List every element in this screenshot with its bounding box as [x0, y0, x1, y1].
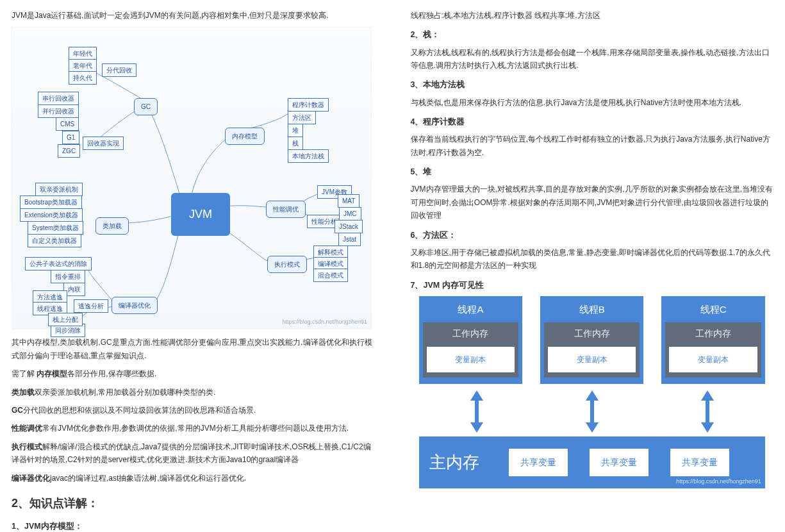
thread-c-workmem: 工作内存 变量副本 [665, 322, 761, 378]
line-mem: 需了解 内存模型各部分作用,保存哪些数据. [12, 367, 375, 380]
node-opt-escape-label: 逃逸分析 [74, 299, 108, 313]
node-load-boot: Bootstrap类加载器 [20, 195, 82, 209]
intro-paragraph: JVM是Java运行基础,面试时一定会遇到JVM的有关问题,内容相对集中,但对只… [12, 9, 375, 22]
workmem-label: 工作内存 [548, 326, 636, 342]
node-gc-parallel: 并行回收器 [38, 104, 79, 118]
main-memory-label: 主内存 [429, 448, 479, 476]
para-pc: 保存着当前线程执行的字节码位置,每个线程工作时都有独立的计数器,只为执行Java… [411, 133, 774, 159]
thread-b: 线程B 工作内存 变量副本 [540, 296, 643, 385]
thread-c: 线程C 工作内存 变量副本 [661, 296, 764, 385]
node-perf-jmc: JMC [339, 207, 361, 220]
node-load-custom: 自定义类加载器 [28, 234, 81, 247]
mindmap-watermark: https://blog.csdn.net/hongzhen91 [282, 317, 367, 327]
heading-jvm-mem-model: 1、JVM内存模型： [12, 520, 375, 533]
node-load-sys: System类加载器 [28, 221, 83, 235]
line-exec: 执行模式解释/编译/混合模式的优缺点,Java7提供的分层编译技术,JIT即时编… [12, 440, 375, 467]
node-mem-stack: 栈 [288, 137, 303, 150]
heading-stack: 2、栈： [411, 28, 774, 42]
heading-mem-visibility: 7、JVM 内存可见性 [411, 279, 774, 292]
jvm-mindmap: JVM GC 分代回收 年轻代 老年代 持久代 回收器实现 串行回收器 并行回收… [12, 27, 372, 329]
thread-a-label: 线程A [423, 301, 518, 318]
heading-pc: 4、程序计数器 [411, 115, 774, 129]
node-exec: 执行模式 [267, 256, 307, 273]
para-overview: 其中内存模型,类加载机制,GC是重点方面.性能调优部分更偏向应用,重点突出实践能… [12, 336, 375, 362]
thread-b-varcopy: 变量副本 [548, 347, 636, 372]
thread-a-varcopy: 变量副本 [427, 347, 515, 372]
node-gc-g1: G1 [62, 131, 79, 144]
arrow-icon [583, 390, 602, 433]
node-opt-reorder: 指令重排 [51, 270, 85, 283]
node-load: 类加载 [95, 217, 129, 235]
right-column: 线程独占:栈,本地方法栈,程序计数器 线程共享:堆,方法区 2、栈： 又称方法栈… [393, 0, 786, 532]
line-perf: 性能调优常有JVM优化参数作用,参数调优的依据,常用的JVM分析工具能分析哪些问… [12, 422, 375, 435]
node-mem: 内存模型 [225, 128, 265, 145]
node-gc: GC [134, 98, 158, 115]
node-perf-jstat: Jstat [338, 233, 361, 246]
para-method-area: 又称非堆区,用于存储已被虚拟机加载的类信息,常量,静态变量,即时编译器优化后的代… [411, 246, 774, 272]
node-gc-cms: CMS [56, 117, 79, 131]
shared-var-3: 共享变量 [670, 449, 729, 477]
node-mem-pc: 程序计数器 [288, 98, 329, 112]
node-mem-method: 方法区 [288, 111, 316, 124]
hub-jvm: JVM [171, 193, 230, 236]
node-gen-young: 年轻代 [69, 47, 97, 60]
node-opt: 编译器优化 [112, 297, 158, 314]
node-gen-perm: 持久代 [69, 71, 97, 85]
line-gc: GC分代回收的思想和依据以及不同垃圾回收算法的回收思路和适合场景. [12, 404, 375, 417]
node-load-parents: 双亲委派机制 [35, 183, 83, 196]
line-thread-share: 线程独占:栈,本地方法栈,程序计数器 线程共享:堆,方法区 [411, 9, 774, 22]
node-gc-zgc: ZGC [58, 144, 80, 158]
arrow-icon [698, 390, 717, 433]
node-load-ext: Extension类加载器 [20, 208, 83, 222]
arrows-row [419, 390, 765, 433]
main-memory: 主内存 共享变量 共享变量 共享变量 https://blog.csdn.net… [419, 436, 765, 488]
thread-c-label: 线程C [665, 301, 761, 318]
shared-var-1: 共享变量 [509, 449, 568, 477]
node-gc-serial: 串行回收器 [38, 92, 79, 105]
heading-method-area: 6、方法区： [411, 229, 774, 242]
heading-heap: 5、堆 [411, 165, 774, 179]
workmem-label: 工作内存 [427, 326, 515, 342]
arrow-icon [467, 390, 486, 433]
thread-b-label: 线程B [544, 301, 640, 318]
para-native-stack: 与栈类似,也是用来保存执行方法的信息.执行Java方法是使用栈,执行Native… [411, 96, 774, 109]
mem-visibility-diagram: 线程A 工作内存 变量副本 线程B 工作内存 变量副本 线程C [419, 296, 765, 488]
thread-a-workmem: 工作内存 变量副本 [423, 322, 518, 378]
node-gc-split: 分代回收 [102, 63, 136, 77]
thread-c-varcopy: 变量副本 [669, 347, 757, 372]
line-load: 类加载双亲委派加载机制,常用加载器分别加载哪种类型的类. [12, 386, 375, 399]
heading-knowledge: 2、知识点详解： [12, 494, 375, 513]
node-opt-escape-stackalloc: 栈上分配 [48, 313, 83, 326]
node-perf-jstack: JStack [335, 220, 363, 233]
node-mem-native: 本地方法栈 [288, 149, 329, 163]
thread-b-workmem: 工作内存 变量副本 [544, 322, 640, 378]
line-opt: 编译器优化javac的编译过程,ast抽象语法树,编译器优化和运行器优化. [12, 472, 375, 485]
heading-native-stack: 3、本地方法栈 [411, 78, 774, 92]
node-opt-cse: 公共子表达式的消除 [25, 257, 92, 270]
node-mem-heap: 堆 [288, 124, 303, 137]
workmem-label: 工作内存 [669, 326, 757, 342]
node-perf: 性能调优 [266, 201, 306, 218]
shared-var-2: 共享变量 [590, 449, 649, 477]
mv-watermark: https://blog.csdn.net/hongzhen91 [676, 477, 761, 486]
node-perf-mat: MAT [338, 194, 359, 208]
left-column: JVM是Java运行基础,面试时一定会遇到JVM的有关问题,内容相对集中,但对只… [0, 0, 393, 532]
node-gen-old: 老年代 [69, 59, 97, 72]
node-exec-mixed: 混合模式 [313, 269, 348, 282]
para-stack: 又称方法栈,线程私有的,线程执行方法是都会创建一个栈阵,用来存储局部变量表,操作… [411, 46, 774, 72]
page: JVM是Java运行基础,面试时一定会遇到JVM的有关问题,内容相对集中,但对只… [0, 0, 785, 532]
para-heap: JVM内存管理最大的一块,对被线程共享,目的是存放对象的实例,几乎所欲的对象实例… [411, 183, 774, 222]
node-gc-impl-label: 回收器实现 [83, 137, 124, 150]
thread-a: 线程A 工作内存 变量副本 [419, 296, 522, 385]
